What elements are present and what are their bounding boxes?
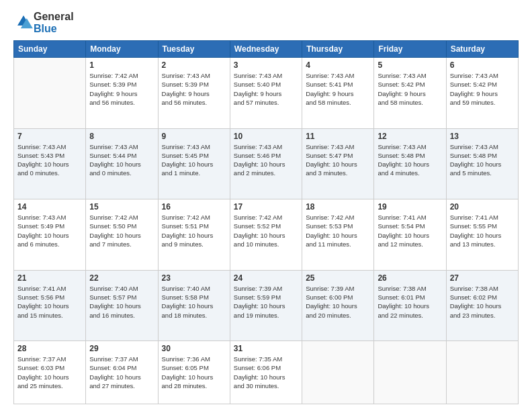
calendar-cell <box>302 341 374 404</box>
week-row-1: 1Sunrise: 7:42 AM Sunset: 5:39 PM Daylig… <box>14 58 519 129</box>
day-number: 5 <box>378 60 442 70</box>
day-header-friday: Friday <box>374 41 446 58</box>
day-info: Sunrise: 7:41 AM Sunset: 5:56 PM Dayligh… <box>17 284 82 320</box>
day-number: 1 <box>89 60 154 70</box>
day-info: Sunrise: 7:42 AM Sunset: 5:52 PM Dayligh… <box>234 213 298 248</box>
day-number: 6 <box>450 60 515 70</box>
day-number: 30 <box>162 344 226 353</box>
calendar-cell: 25Sunrise: 7:39 AM Sunset: 6:00 PM Dayli… <box>302 270 374 341</box>
calendar-cell: 20Sunrise: 7:41 AM Sunset: 5:55 PM Dayli… <box>446 199 518 271</box>
day-info: Sunrise: 7:39 AM Sunset: 6:00 PM Dayligh… <box>306 284 370 320</box>
day-info: Sunrise: 7:36 AM Sunset: 6:05 PM Dayligh… <box>162 355 226 390</box>
calendar-cell: 26Sunrise: 7:38 AM Sunset: 6:01 PM Dayli… <box>374 270 446 341</box>
calendar-cell <box>446 341 518 404</box>
day-number: 22 <box>89 273 154 283</box>
day-info: Sunrise: 7:43 AM Sunset: 5:42 PM Dayligh… <box>378 71 442 107</box>
calendar-cell: 14Sunrise: 7:43 AM Sunset: 5:49 PM Dayli… <box>14 199 86 271</box>
day-info: Sunrise: 7:43 AM Sunset: 5:49 PM Dayligh… <box>17 213 82 248</box>
logo-icon <box>13 11 34 32</box>
week-row-3: 14Sunrise: 7:43 AM Sunset: 5:49 PM Dayli… <box>14 199 519 271</box>
day-number: 20 <box>450 202 515 212</box>
day-number: 13 <box>450 132 515 141</box>
calendar-cell: 29Sunrise: 7:37 AM Sunset: 6:04 PM Dayli… <box>86 341 158 404</box>
day-info: Sunrise: 7:42 AM Sunset: 5:53 PM Dayligh… <box>306 213 370 248</box>
day-number: 24 <box>234 273 298 283</box>
day-info: Sunrise: 7:43 AM Sunset: 5:42 PM Dayligh… <box>450 71 515 107</box>
day-info: Sunrise: 7:42 AM Sunset: 5:50 PM Dayligh… <box>89 213 154 248</box>
calendar-cell: 27Sunrise: 7:38 AM Sunset: 6:02 PM Dayli… <box>446 270 518 341</box>
week-row-4: 21Sunrise: 7:41 AM Sunset: 5:56 PM Dayli… <box>14 270 519 341</box>
day-number: 18 <box>306 202 370 212</box>
calendar-cell: 31Sunrise: 7:35 AM Sunset: 6:06 PM Dayli… <box>230 341 302 404</box>
day-info: Sunrise: 7:43 AM Sunset: 5:46 PM Dayligh… <box>234 142 298 178</box>
day-number: 15 <box>89 202 154 212</box>
day-number: 3 <box>234 60 298 70</box>
calendar-cell: 1Sunrise: 7:42 AM Sunset: 5:39 PM Daylig… <box>86 58 158 129</box>
day-info: Sunrise: 7:43 AM Sunset: 5:44 PM Dayligh… <box>89 142 154 178</box>
calendar-cell: 21Sunrise: 7:41 AM Sunset: 5:56 PM Dayli… <box>14 270 86 341</box>
calendar-cell: 18Sunrise: 7:42 AM Sunset: 5:53 PM Dayli… <box>302 199 374 271</box>
day-info: Sunrise: 7:41 AM Sunset: 5:55 PM Dayligh… <box>450 213 515 248</box>
calendar-cell: 4Sunrise: 7:43 AM Sunset: 5:41 PM Daylig… <box>302 58 374 129</box>
day-number: 29 <box>89 344 154 353</box>
day-info: Sunrise: 7:43 AM Sunset: 5:45 PM Dayligh… <box>162 142 226 178</box>
calendar-cell: 28Sunrise: 7:37 AM Sunset: 6:03 PM Dayli… <box>14 341 86 404</box>
calendar-cell <box>14 58 86 129</box>
calendar-cell: 7Sunrise: 7:43 AM Sunset: 5:43 PM Daylig… <box>14 128 86 199</box>
calendar-cell: 3Sunrise: 7:43 AM Sunset: 5:40 PM Daylig… <box>230 58 302 129</box>
header: General Blue <box>13 11 519 35</box>
day-number: 21 <box>17 273 82 283</box>
day-number: 14 <box>17 202 82 212</box>
calendar-cell: 11Sunrise: 7:43 AM Sunset: 5:47 PM Dayli… <box>302 128 374 199</box>
day-info: Sunrise: 7:40 AM Sunset: 5:58 PM Dayligh… <box>162 284 226 320</box>
calendar-table: SundayMondayTuesdayWednesdayThursdayFrid… <box>13 40 519 404</box>
day-header-monday: Monday <box>86 41 158 58</box>
logo-text: General Blue <box>34 11 74 35</box>
calendar-cell: 5Sunrise: 7:43 AM Sunset: 5:42 PM Daylig… <box>374 58 446 129</box>
day-number: 27 <box>450 273 515 283</box>
day-header-tuesday: Tuesday <box>158 41 230 58</box>
day-number: 12 <box>378 132 442 141</box>
day-header-saturday: Saturday <box>446 41 518 58</box>
calendar-cell: 10Sunrise: 7:43 AM Sunset: 5:46 PM Dayli… <box>230 128 302 199</box>
calendar-cell: 22Sunrise: 7:40 AM Sunset: 5:57 PM Dayli… <box>86 270 158 341</box>
day-number: 17 <box>234 202 298 212</box>
day-header-wednesday: Wednesday <box>230 41 302 58</box>
day-info: Sunrise: 7:38 AM Sunset: 6:02 PM Dayligh… <box>450 284 515 320</box>
day-info: Sunrise: 7:43 AM Sunset: 5:43 PM Dayligh… <box>17 142 82 178</box>
day-number: 25 <box>306 273 370 283</box>
day-info: Sunrise: 7:43 AM Sunset: 5:48 PM Dayligh… <box>450 142 515 178</box>
day-info: Sunrise: 7:43 AM Sunset: 5:47 PM Dayligh… <box>306 142 370 178</box>
day-info: Sunrise: 7:35 AM Sunset: 6:06 PM Dayligh… <box>234 355 298 390</box>
days-header-row: SundayMondayTuesdayWednesdayThursdayFrid… <box>14 41 519 58</box>
calendar-cell: 30Sunrise: 7:36 AM Sunset: 6:05 PM Dayli… <box>158 341 230 404</box>
calendar-cell <box>374 341 446 404</box>
day-number: 23 <box>162 273 226 283</box>
day-info: Sunrise: 7:43 AM Sunset: 5:41 PM Dayligh… <box>306 71 370 107</box>
day-info: Sunrise: 7:43 AM Sunset: 5:48 PM Dayligh… <box>378 142 442 178</box>
day-info: Sunrise: 7:37 AM Sunset: 6:03 PM Dayligh… <box>17 355 82 390</box>
day-number: 16 <box>162 202 226 212</box>
logo: General Blue <box>13 11 74 35</box>
day-number: 28 <box>17 344 82 353</box>
day-info: Sunrise: 7:37 AM Sunset: 6:04 PM Dayligh… <box>89 355 154 390</box>
calendar-cell: 12Sunrise: 7:43 AM Sunset: 5:48 PM Dayli… <box>374 128 446 199</box>
day-number: 11 <box>306 132 370 141</box>
day-number: 7 <box>17 132 82 141</box>
day-number: 19 <box>378 202 442 212</box>
page: General Blue SundayMondayTuesdayWednesda… <box>0 0 532 411</box>
week-row-2: 7Sunrise: 7:43 AM Sunset: 5:43 PM Daylig… <box>14 128 519 199</box>
calendar-cell: 16Sunrise: 7:42 AM Sunset: 5:51 PM Dayli… <box>158 199 230 271</box>
day-number: 4 <box>306 60 370 70</box>
calendar-cell: 15Sunrise: 7:42 AM Sunset: 5:50 PM Dayli… <box>86 199 158 271</box>
calendar-cell: 23Sunrise: 7:40 AM Sunset: 5:58 PM Dayli… <box>158 270 230 341</box>
week-row-5: 28Sunrise: 7:37 AM Sunset: 6:03 PM Dayli… <box>14 341 519 404</box>
calendar-cell: 19Sunrise: 7:41 AM Sunset: 5:54 PM Dayli… <box>374 199 446 271</box>
day-info: Sunrise: 7:43 AM Sunset: 5:40 PM Dayligh… <box>234 71 298 107</box>
calendar-cell: 17Sunrise: 7:42 AM Sunset: 5:52 PM Dayli… <box>230 199 302 271</box>
day-header-thursday: Thursday <box>302 41 374 58</box>
calendar-cell: 8Sunrise: 7:43 AM Sunset: 5:44 PM Daylig… <box>86 128 158 199</box>
calendar-cell: 13Sunrise: 7:43 AM Sunset: 5:48 PM Dayli… <box>446 128 518 199</box>
day-number: 2 <box>162 60 226 70</box>
day-info: Sunrise: 7:38 AM Sunset: 6:01 PM Dayligh… <box>378 284 442 320</box>
